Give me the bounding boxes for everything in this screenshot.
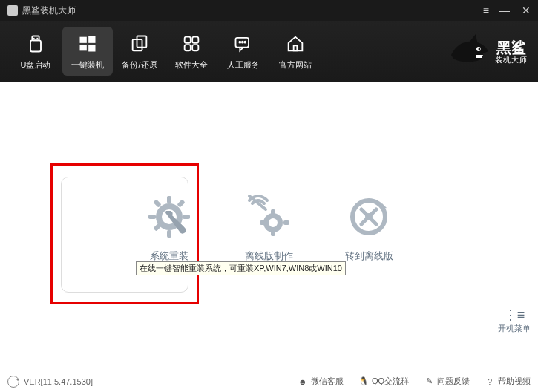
status-label: 微信客服 xyxy=(311,376,344,387)
svg-rect-32 xyxy=(283,220,289,225)
nav-label: 人工服务 xyxy=(227,59,260,71)
home-icon xyxy=(284,33,306,55)
nav-support[interactable]: 人工服务 xyxy=(218,27,269,76)
windows-icon xyxy=(76,33,99,55)
logo-small: 装机大师 xyxy=(495,56,528,64)
main-area: 系统重装 离线版制作 转到离线版 在线一键智能重装系统，可重装XP,WIN7,W… xyxy=(0,82,538,364)
version-label: VER[11.5.47.1530] xyxy=(24,377,93,386)
wechat-icon: ☻ xyxy=(298,376,308,387)
nav-usb-boot[interactable]: U盘启动 xyxy=(10,27,61,76)
logo: 黑鲨 装机大师 xyxy=(447,33,528,70)
svg-point-16 xyxy=(242,41,243,42)
option-goto-offline[interactable]: 转到离线版 xyxy=(345,193,393,263)
svg-point-17 xyxy=(244,41,246,42)
nav-label: 官方网站 xyxy=(279,59,312,71)
offline-make-icon xyxy=(245,193,292,241)
svg-rect-5 xyxy=(88,36,95,42)
nav-website[interactable]: 官方网站 xyxy=(270,27,321,76)
nav-label: 软件大全 xyxy=(175,59,208,71)
feedback-icon: ✎ xyxy=(424,376,434,387)
toolbar: U盘启动 一键装机 备份/还原 软件大全 人工服务 官方网站 黑鲨 xyxy=(0,21,538,82)
status-qq[interactable]: 🐧 QQ交流群 xyxy=(358,376,409,387)
svg-rect-31 xyxy=(271,209,275,215)
close-button[interactable]: ✕ xyxy=(522,4,531,16)
nav-backup-restore[interactable]: 备份/还原 xyxy=(114,27,165,76)
status-label: QQ交流群 xyxy=(372,376,409,387)
tooltip: 在线一键智能重装系统，可重装XP,WIN7,WIN8或WIN10 xyxy=(136,261,346,275)
boot-menu-button[interactable]: ⋮≡ 开机菜单 xyxy=(498,308,531,334)
logo-big: 黑鲨 xyxy=(495,39,528,56)
usb-icon xyxy=(24,33,47,55)
list-icon: ⋮≡ xyxy=(504,308,525,321)
svg-rect-12 xyxy=(185,45,191,50)
nav-one-click-install[interactable]: 一键装机 xyxy=(62,27,113,76)
status-label: 问题反馈 xyxy=(437,376,470,387)
nav-label: U盘启动 xyxy=(21,59,51,71)
svg-rect-6 xyxy=(80,45,87,50)
svg-rect-11 xyxy=(192,36,198,42)
status-label: 帮助视频 xyxy=(498,376,531,387)
svg-rect-33 xyxy=(271,230,275,236)
shark-icon xyxy=(447,33,492,70)
option-offline-make[interactable]: 离线版制作 xyxy=(245,193,293,263)
boot-menu-label: 开机菜单 xyxy=(498,323,531,334)
nav-label: 一键装机 xyxy=(71,59,104,71)
status-wechat[interactable]: ☻ 微信客服 xyxy=(298,376,344,387)
copy-icon xyxy=(128,33,151,55)
svg-point-15 xyxy=(239,41,240,42)
svg-rect-7 xyxy=(88,45,95,51)
svg-rect-1 xyxy=(30,40,41,51)
svg-rect-18 xyxy=(294,45,298,50)
svg-point-39 xyxy=(365,213,373,220)
svg-rect-13 xyxy=(192,45,198,50)
option-label: 转到离线版 xyxy=(345,249,393,263)
svg-rect-4 xyxy=(80,36,87,42)
svg-point-30 xyxy=(269,218,278,227)
app-icon xyxy=(7,5,18,16)
refresh-tool-icon xyxy=(345,193,393,241)
refresh-icon[interactable] xyxy=(7,376,19,388)
svg-point-20 xyxy=(479,48,481,50)
titlebar: 黑鲨装机大师 ≡ — ✕ xyxy=(0,0,538,21)
help-icon: ? xyxy=(485,376,495,387)
minimize-button[interactable]: — xyxy=(499,4,510,16)
qq-icon: 🐧 xyxy=(358,376,369,387)
menu-icon[interactable]: ≡ xyxy=(483,4,488,16)
statusbar: VER[11.5.47.1530] ☻ 微信客服 🐧 QQ交流群 ✎ 问题反馈 … xyxy=(0,370,538,392)
status-feedback[interactable]: ✎ 问题反馈 xyxy=(424,376,470,387)
status-help[interactable]: ? 帮助视频 xyxy=(485,376,531,387)
svg-rect-10 xyxy=(185,36,191,42)
app-title: 黑鲨装机大师 xyxy=(22,4,483,17)
svg-rect-34 xyxy=(260,220,266,225)
apps-icon xyxy=(180,33,203,55)
chat-icon xyxy=(232,33,255,55)
nav-software[interactable]: 软件大全 xyxy=(166,27,217,76)
nav-label: 备份/还原 xyxy=(122,59,157,71)
window-controls: ≡ — ✕ xyxy=(483,4,531,16)
